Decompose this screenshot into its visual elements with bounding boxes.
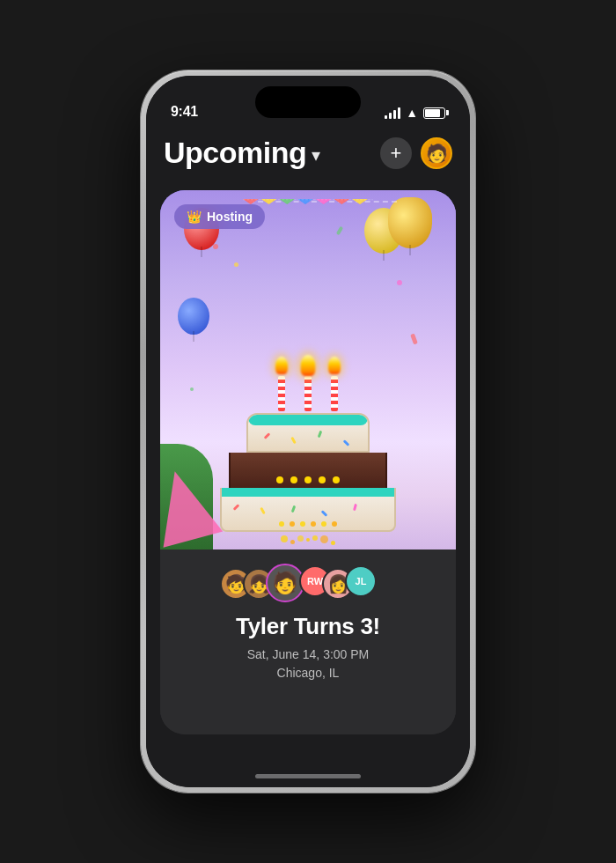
attendee-avatar-jl: JL (345, 565, 377, 597)
candle-3 (328, 357, 341, 411)
flame-1 (275, 357, 288, 374)
cake-container (220, 357, 396, 550)
candle-1 (275, 357, 288, 411)
event-date-text: Sat, June 14, 3:00 PM (247, 647, 370, 661)
avatar-button[interactable]: 🧑 (421, 137, 452, 169)
plus-icon: + (391, 142, 402, 165)
crown-icon: 👑 (187, 210, 202, 224)
attendee-initials-rw: RW (307, 576, 323, 586)
flame-3 (328, 357, 341, 374)
cake-top-tier (246, 413, 370, 453)
phone-inner: 9:41 ▲ Upcoming (146, 76, 470, 787)
page-title: Upcoming (164, 136, 306, 170)
home-indicator (255, 774, 361, 778)
hosting-label: Hosting (207, 210, 253, 224)
status-icons: ▲ (385, 106, 445, 120)
battery-icon (423, 107, 445, 119)
phone-outer: 9:41 ▲ Upcoming (141, 70, 475, 793)
status-time: 9:41 (171, 104, 198, 120)
flame-2 (301, 355, 316, 376)
app-screen: 9:41 ▲ Upcoming (146, 76, 470, 787)
app-header: Upcoming ▾ + 🧑 (146, 127, 470, 182)
candle-2 (302, 357, 314, 411)
cake-mid-tier (229, 453, 387, 488)
event-title: Tyler Turns 3! (236, 613, 380, 640)
event-card[interactable]: 👑 Hosting 🧒 👧 (160, 190, 456, 734)
candle-body-2 (304, 376, 312, 411)
event-location-text: Chicago, IL (277, 666, 340, 680)
user-avatar-emoji: 🧑 (426, 143, 448, 164)
candle-body-3 (331, 376, 338, 411)
hosting-badge: 👑 Hosting (174, 204, 265, 229)
event-details: Sat, June 14, 3:00 PM Chicago, IL (247, 645, 370, 682)
candle-body-1 (278, 376, 285, 411)
header-actions: + 🧑 (380, 137, 452, 169)
attendee-initials-jl: JL (356, 576, 367, 586)
add-button[interactable]: + (380, 137, 412, 169)
candles (275, 357, 341, 411)
dynamic-island (255, 86, 361, 118)
header-title-group[interactable]: Upcoming ▾ (164, 136, 320, 170)
cake-bottom-tier (220, 488, 396, 532)
card-image: 👑 Hosting (160, 190, 456, 550)
wifi-icon: ▲ (406, 106, 418, 120)
avatars-cluster: 🧒 👧 🧑 RW (220, 562, 396, 606)
signal-icon (385, 107, 400, 119)
card-info: 🧒 👧 🧑 RW (160, 550, 456, 734)
chevron-down-icon: ▾ (312, 144, 320, 166)
